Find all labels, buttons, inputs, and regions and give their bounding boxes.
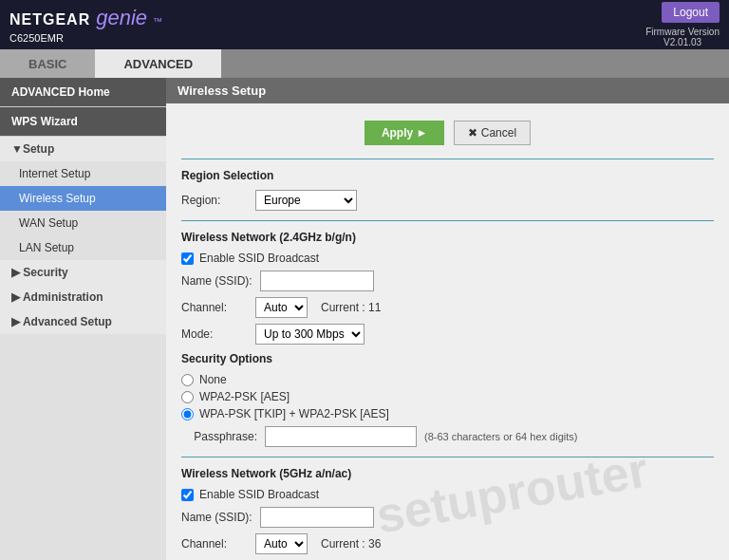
channel-5g-select[interactable]: Auto: [255, 533, 308, 554]
sidebar: ADVANCED Home WPS Wizard ▼Setup Internet…: [0, 78, 166, 560]
security-wpa2-24-label: WPA2-PSK [AES]: [199, 390, 290, 403]
sidebar-item-lan-setup[interactable]: LAN Setup: [0, 235, 166, 260]
logo-netgear: NETGEAR: [9, 11, 90, 28]
wireless-24-section: Wireless Network (2.4GHz b/g/n) Enable S…: [181, 231, 714, 447]
sidebar-item-wireless-setup[interactable]: Wireless Setup: [0, 186, 166, 211]
apply-button[interactable]: Apply ►: [364, 121, 445, 145]
security-none-24-label: None: [199, 373, 227, 386]
security-wpa-tkip-24-radio[interactable]: [181, 408, 194, 420]
region-section-title: Region Selection: [181, 169, 714, 182]
region-select[interactable]: Europe North America Asia Australia: [255, 190, 357, 211]
channel-24-row: Channel: Auto Current : 11: [181, 297, 714, 318]
logout-button[interactable]: Logout: [662, 2, 720, 23]
ssid-name-5g-row: Name (SSID):: [181, 507, 714, 528]
passphrase-24-input[interactable]: [265, 426, 417, 447]
channel-5g-row: Channel: Auto Current : 36: [181, 533, 714, 554]
firmware-info: Firmware VersionV2.01.03: [645, 27, 720, 47]
sidebar-item-wan-setup[interactable]: WAN Setup: [0, 211, 166, 235]
content-header: Wireless Setup: [166, 78, 729, 103]
mode-24-label: Mode:: [181, 327, 248, 341]
sidebar-item-advanced-home[interactable]: ADVANCED Home: [0, 78, 166, 107]
action-bar: Apply ► ✖ Cancel: [181, 121, 714, 145]
passphrase-24-hint: (8-63 characters or 64 hex digits): [424, 431, 577, 442]
ssid-broadcast-24-row: Enable SSID Broadcast: [181, 252, 714, 265]
logo-genie: genie: [96, 6, 147, 30]
security-wpa2-24-radio[interactable]: [181, 391, 194, 403]
divider-2: [181, 220, 714, 221]
ssid-name-24-label: Name (SSID):: [181, 274, 252, 288]
sidebar-section-setup[interactable]: ▼Setup: [0, 137, 166, 161]
sidebar-section-administration[interactable]: ▶ Administration: [0, 285, 166, 309]
nav-tabs: BASIC ADVANCED: [0, 49, 729, 78]
divider-1: [181, 159, 714, 159]
ssid-name-5g-input[interactable]: [260, 507, 374, 528]
passphrase-24-label: Passphrase:: [181, 430, 257, 443]
wireless-24-title: Wireless Network (2.4GHz b/g/n): [181, 231, 714, 244]
divider-3: [181, 457, 714, 457]
channel-24-label: Channel:: [181, 301, 248, 314]
sidebar-section-advanced-setup[interactable]: ▶ Advanced Setup: [0, 309, 166, 334]
tab-basic[interactable]: BASIC: [0, 49, 95, 78]
wireless-5g-title: Wireless Network (5GHz a/n/ac): [181, 467, 714, 480]
security-wpa2-24-row: WPA2-PSK [AES]: [181, 390, 714, 403]
region-row: Region: Europe North America Asia Austra…: [181, 190, 714, 211]
ssid-broadcast-24-label: Enable SSID Broadcast: [199, 252, 319, 265]
passphrase-24-row: Passphrase: (8-63 characters or 64 hex d…: [181, 426, 714, 447]
ssid-broadcast-5g-checkbox[interactable]: [181, 489, 194, 501]
tab-advanced[interactable]: ADVANCED: [95, 49, 221, 78]
mode-24-select[interactable]: Up to 300 Mbps Up to 54 Mbps Up to 130 M…: [255, 324, 364, 345]
main-content: Wireless Setup setuprouter Apply ► ✖ Can…: [166, 78, 729, 560]
channel-5g-label: Channel:: [181, 537, 248, 551]
main-layout: ADVANCED Home WPS Wizard ▼Setup Internet…: [0, 78, 729, 560]
content-body: setuprouter Apply ► ✖ Cancel Region Sele…: [166, 103, 729, 560]
channel-5g-current: Current : 36: [321, 537, 381, 551]
ssid-name-24-row: Name (SSID):: [181, 271, 714, 291]
channel-24-current: Current : 11: [321, 301, 381, 314]
logo-tm: ™: [153, 16, 162, 27]
sidebar-section-security[interactable]: ▶ Security: [0, 260, 166, 285]
security-none-24-radio[interactable]: [181, 374, 194, 386]
sidebar-item-wps-wizard[interactable]: WPS Wizard: [0, 107, 166, 137]
ssid-broadcast-5g-label: Enable SSID Broadcast: [199, 488, 319, 501]
ssid-name-24-input[interactable]: [260, 271, 374, 291]
cancel-button[interactable]: ✖ Cancel: [454, 121, 531, 145]
ssid-name-5g-label: Name (SSID):: [181, 511, 252, 524]
security-none-24-row: None: [181, 373, 714, 386]
region-section: Region Selection Region: Europe North Am…: [181, 169, 714, 211]
security-wpa-tkip-24-row: WPA-PSK [TKIP] + WPA2-PSK [AES]: [181, 407, 714, 420]
header-right: Logout Firmware VersionV2.01.03: [645, 2, 720, 47]
app-header: NETGEAR genie™ C6250EMR Logout Firmware …: [0, 0, 729, 49]
sidebar-item-internet-setup[interactable]: Internet Setup: [0, 161, 166, 186]
model-label: C6250EMR: [9, 32, 162, 44]
mode-24-row: Mode: Up to 300 Mbps Up to 54 Mbps Up to…: [181, 324, 714, 345]
logo: NETGEAR genie™: [9, 6, 162, 30]
wireless-5g-section: Wireless Network (5GHz a/n/ac) Enable SS…: [181, 467, 714, 560]
ssid-broadcast-24-checkbox[interactable]: [181, 252, 194, 265]
channel-24-select[interactable]: Auto: [255, 297, 308, 318]
region-label: Region:: [181, 194, 248, 207]
security-24-title: Security Options: [181, 352, 714, 365]
security-wpa-tkip-24-label: WPA-PSK [TKIP] + WPA2-PSK [AES]: [199, 407, 389, 420]
ssid-broadcast-5g-row: Enable SSID Broadcast: [181, 488, 714, 501]
